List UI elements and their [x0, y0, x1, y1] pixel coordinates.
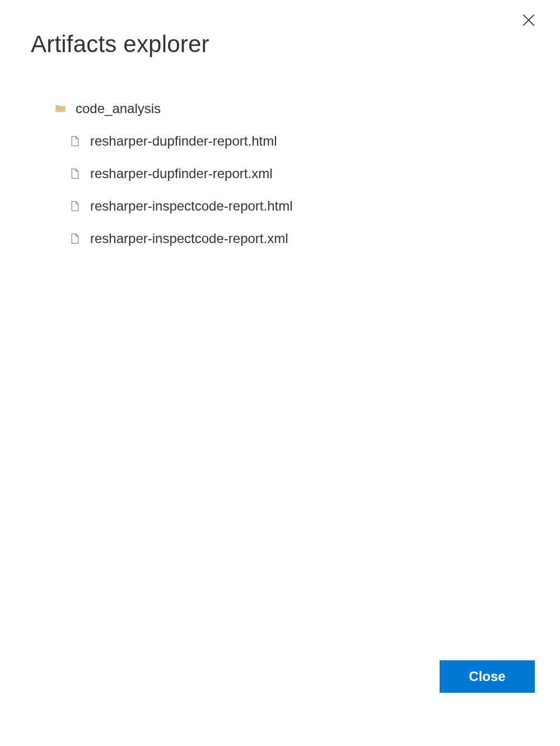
close-button[interactable]: Close — [440, 660, 535, 693]
tree-folder-label: code_analysis — [76, 101, 161, 116]
tree-file-label: resharper-inspectcode-report.html — [90, 198, 293, 214]
close-icon[interactable] — [520, 11, 538, 29]
folder-icon — [53, 101, 68, 116]
artifact-tree: code_analysis resharper-dupfinder-report… — [53, 92, 293, 255]
tree-file[interactable]: resharper-inspectcode-report.html — [53, 190, 293, 222]
tree-file-label: resharper-dupfinder-report.html — [90, 133, 277, 149]
file-icon — [68, 231, 82, 246]
tree-file[interactable]: resharper-dupfinder-report.xml — [53, 157, 293, 190]
tree-file[interactable]: resharper-dupfinder-report.html — [53, 125, 293, 157]
tree-file-label: resharper-inspectcode-report.xml — [90, 231, 288, 246]
tree-file-label: resharper-dupfinder-report.xml — [90, 166, 272, 181]
tree-folder[interactable]: code_analysis — [53, 92, 293, 125]
file-icon — [68, 134, 82, 148]
tree-file[interactable]: resharper-inspectcode-report.xml — [53, 222, 293, 255]
dialog-title: Artifacts explorer — [31, 31, 209, 58]
file-icon — [68, 199, 82, 213]
file-icon — [68, 166, 82, 181]
